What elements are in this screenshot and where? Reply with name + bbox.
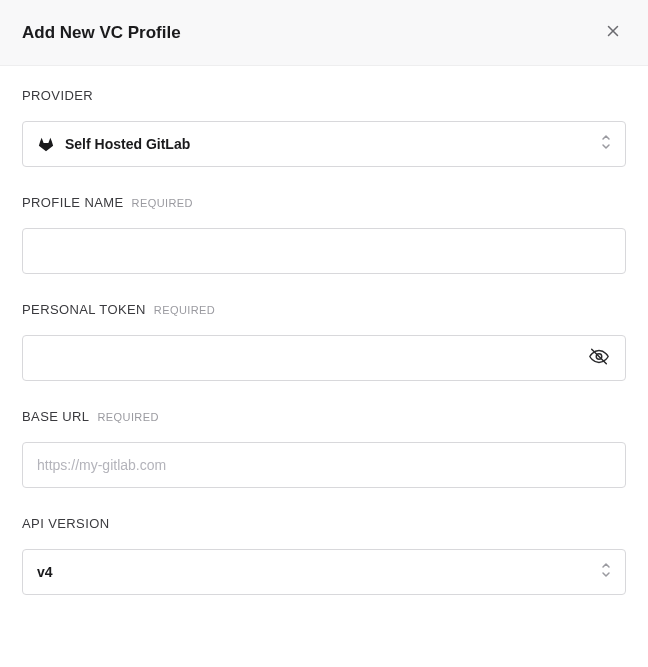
personal-token-required: REQUIRED: [154, 304, 215, 316]
close-icon: [604, 22, 622, 43]
base-url-label: BASE URL: [22, 409, 90, 424]
profile-name-required: REQUIRED: [132, 197, 193, 209]
personal-token-label-row: PERSONAL TOKEN REQUIRED: [22, 302, 626, 317]
api-version-select[interactable]: v4: [22, 549, 626, 595]
profile-name-group: PROFILE NAME REQUIRED: [22, 195, 626, 274]
profile-name-label-row: PROFILE NAME REQUIRED: [22, 195, 626, 210]
personal-token-group: PERSONAL TOKEN REQUIRED: [22, 302, 626, 381]
provider-select[interactable]: Self Hosted GitLab: [22, 121, 626, 167]
base-url-label-row: BASE URL REQUIRED: [22, 409, 626, 424]
api-version-select-wrapper: v4: [22, 549, 626, 595]
provider-label: PROVIDER: [22, 88, 93, 103]
api-version-label-row: API VERSION: [22, 516, 626, 531]
base-url-group: BASE URL REQUIRED: [22, 409, 626, 488]
provider-select-wrapper: Self Hosted GitLab: [22, 121, 626, 167]
personal-token-label: PERSONAL TOKEN: [22, 302, 146, 317]
personal-token-input[interactable]: [22, 335, 626, 381]
eye-off-icon: [588, 346, 610, 371]
dialog-header: Add New VC Profile: [0, 0, 648, 66]
dialog-title: Add New VC Profile: [22, 23, 181, 43]
base-url-required: REQUIRED: [98, 411, 159, 423]
api-version-selected-value: v4: [37, 564, 53, 580]
form-body: PROVIDER Self Hosted GitLab PROFILE NA: [0, 66, 648, 645]
close-button[interactable]: [600, 18, 626, 47]
api-version-group: API VERSION v4: [22, 516, 626, 595]
profile-name-label: PROFILE NAME: [22, 195, 124, 210]
personal-token-input-wrapper: [22, 335, 626, 381]
toggle-token-visibility-button[interactable]: [582, 340, 616, 377]
provider-selected-value: Self Hosted GitLab: [65, 136, 190, 152]
provider-group: PROVIDER Self Hosted GitLab: [22, 88, 626, 167]
provider-label-row: PROVIDER: [22, 88, 626, 103]
api-version-label: API VERSION: [22, 516, 109, 531]
base-url-input[interactable]: [22, 442, 626, 488]
gitlab-icon: [37, 135, 55, 153]
profile-name-input[interactable]: [22, 228, 626, 274]
